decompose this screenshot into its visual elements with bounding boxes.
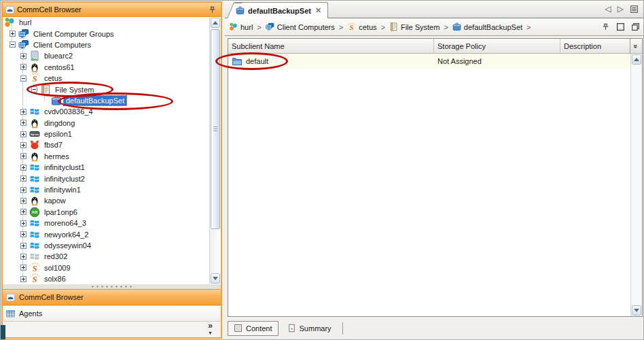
column-chooser-button[interactable]: »	[630, 39, 642, 53]
tree-item-kapow[interactable]: kapow	[3, 195, 221, 206]
scroll-down-button[interactable]	[211, 273, 220, 284]
scrollbar-thumb[interactable]	[211, 29, 220, 229]
tree-item-infinitywin1[interactable]: infinitywin1	[3, 184, 221, 195]
expand-icon[interactable]	[20, 153, 26, 159]
tree-item-sol1009[interactable]: Ssol1009	[3, 262, 221, 273]
expand-icon[interactable]	[20, 120, 26, 126]
column-header-subclient-name[interactable]: Subclient Name	[228, 39, 434, 53]
scroll-up-button[interactable]	[632, 54, 641, 65]
tree-item-label[interactable]: odysseywin04	[42, 241, 93, 250]
breadcrumb-item-file-system[interactable]: File System	[389, 22, 440, 31]
cell-subclient-name[interactable]: default	[228, 56, 434, 67]
expand-icon[interactable]	[20, 175, 26, 182]
tree-item-label[interactable]: cetus	[42, 73, 64, 83]
tree-item-label[interactable]: File System	[53, 85, 96, 95]
maximize-icon[interactable]	[616, 22, 625, 31]
collapse-icon[interactable]	[10, 41, 16, 48]
tree-item-client-computers[interactable]: Client Computers	[3, 39, 221, 50]
expand-icon[interactable]	[10, 31, 16, 37]
close-icon[interactable]: ✕	[315, 6, 322, 15]
tree-item-label[interactable]: moreno64_3	[42, 218, 88, 228]
tree-scrollbar[interactable]	[209, 17, 221, 284]
pin-icon[interactable]	[601, 22, 610, 31]
tree-item-label[interactable]: infinitywin1	[42, 185, 83, 194]
tree-item-label[interactable]: centos61	[42, 63, 77, 72]
tree-item-label[interactable]: newyork64_2	[42, 230, 90, 239]
tab-defaultbackupset[interactable]: defaultBackupSet ✕	[234, 2, 328, 18]
chevron-right-icon[interactable]: »	[208, 321, 213, 330]
expand-icon[interactable]	[20, 131, 26, 137]
tree-item-moreno64-3[interactable]: moreno64_3	[3, 218, 221, 228]
tab-list-icon[interactable]	[630, 5, 639, 14]
tree-item-lpar1onp6[interactable]: AIXlpar1onp6	[3, 207, 221, 218]
tree-item-label[interactable]: epsilon1	[42, 129, 74, 139]
cell-storage-policy[interactable]: Not Assigned	[434, 57, 560, 65]
tree-item-cetus[interactable]: Scetus	[3, 73, 221, 84]
expand-icon[interactable]	[20, 109, 26, 115]
expand-icon[interactable]	[20, 187, 26, 193]
tree-item-hurl[interactable]: hurl	[3, 17, 221, 28]
tree-item-label[interactable]: hermes	[42, 152, 71, 161]
collapse-icon[interactable]	[20, 75, 26, 82]
tree-item-defaultbackupset[interactable]: defaultBackupSet	[3, 95, 221, 106]
column-header-storage-policy[interactable]: Storage Policy	[434, 39, 560, 53]
tree-item-hermes[interactable]: hermes	[3, 151, 221, 162]
expand-icon[interactable]	[20, 220, 26, 226]
view-tab-summary[interactable]: sSummary	[282, 321, 337, 336]
tree-item-epsilon1[interactable]: hp·uxepsilon1	[3, 129, 221, 139]
tree-item-solx86[interactable]: Ssolx86	[3, 273, 221, 284]
tree-item-newyork64-2[interactable]: newyork64_2	[3, 228, 221, 239]
expand-icon[interactable]	[20, 198, 26, 204]
tree-item-odysseywin04[interactable]: odysseywin04	[3, 240, 221, 251]
tree-item-label[interactable]: kapow	[42, 196, 68, 205]
tree-item-label[interactable]: infinityclust2	[42, 174, 87, 184]
tree-item-label[interactable]: infinityclust1	[42, 163, 87, 172]
restore-icon[interactable]	[631, 22, 640, 31]
view-tab-content[interactable]: Content	[228, 321, 279, 336]
tree-item-label[interactable]: cvdv003836_4	[42, 107, 95, 116]
tree-item-fbsd7[interactable]: fbsd7	[3, 139, 221, 150]
tree-item-label[interactable]: dingdong	[42, 118, 77, 128]
tree-item-infinityclust1[interactable]: infinityclust1	[3, 162, 221, 173]
tree-item-centos61[interactable]: centos61	[3, 62, 221, 73]
expand-icon[interactable]	[20, 142, 26, 148]
column-header-description[interactable]: Description	[560, 39, 630, 53]
accordion-commcell-browser[interactable]: CommCell Browser	[3, 289, 221, 305]
tree-item-label[interactable]: defaultBackupSet	[64, 96, 126, 105]
tree-item-bluearc2[interactable]: bluearc2	[3, 50, 221, 61]
expand-icon[interactable]	[20, 53, 26, 59]
scroll-down-button[interactable]	[632, 305, 641, 316]
expand-icon[interactable]	[20, 165, 26, 171]
tree-item-label[interactable]: solx86	[42, 274, 68, 284]
breadcrumb-item-cetus[interactable]: Scetus	[347, 22, 376, 31]
tree-item-label[interactable]: Client Computers	[31, 40, 93, 50]
tree-item-label[interactable]: hurl	[17, 18, 33, 27]
tree-item-red302[interactable]: red302	[3, 251, 221, 262]
tree-item-dingdong[interactable]: dingdong	[3, 118, 221, 129]
tree-item-label[interactable]: bluearc2	[42, 51, 75, 61]
tree-item-label[interactable]: red302	[42, 252, 69, 261]
pin-icon[interactable]	[208, 5, 217, 14]
expand-icon[interactable]	[20, 231, 26, 237]
breadcrumb-item-defaultbackupset[interactable]: defaultBackupSet	[452, 22, 522, 31]
expand-icon[interactable]	[20, 265, 26, 271]
breadcrumb-item-client-computers[interactable]: Client Computers	[266, 22, 335, 31]
expand-icon[interactable]	[20, 209, 26, 215]
table-row-default[interactable]: defaultNot Assigned	[228, 54, 642, 69]
tree-item-label[interactable]: sol1009	[42, 263, 73, 273]
overflow-buttons[interactable]: » ▼	[208, 323, 213, 336]
expand-icon[interactable]	[20, 276, 26, 282]
tree-item-file-system[interactable]: File System	[3, 84, 221, 95]
tree-item-label[interactable]: fbsd7	[42, 140, 65, 150]
tree-item-infinityclust2[interactable]: infinityclust2	[3, 173, 221, 184]
nav-back-icon[interactable]: ◁	[605, 4, 611, 14]
breadcrumb-item-hurl[interactable]: hurl	[229, 22, 253, 31]
expand-icon[interactable]	[20, 254, 26, 260]
panel-splitter[interactable]	[3, 284, 221, 289]
expand-icon[interactable]	[20, 243, 26, 249]
table-scrollbar[interactable]	[630, 54, 642, 316]
tree-item-cvdv003836-4[interactable]: cvdv003836_4	[3, 106, 221, 117]
tree-item-label[interactable]: Client Computer Groups	[31, 29, 116, 39]
collapse-icon[interactable]	[31, 86, 37, 92]
tree-item-client-computer-groups[interactable]: Client Computer Groups	[3, 28, 221, 39]
